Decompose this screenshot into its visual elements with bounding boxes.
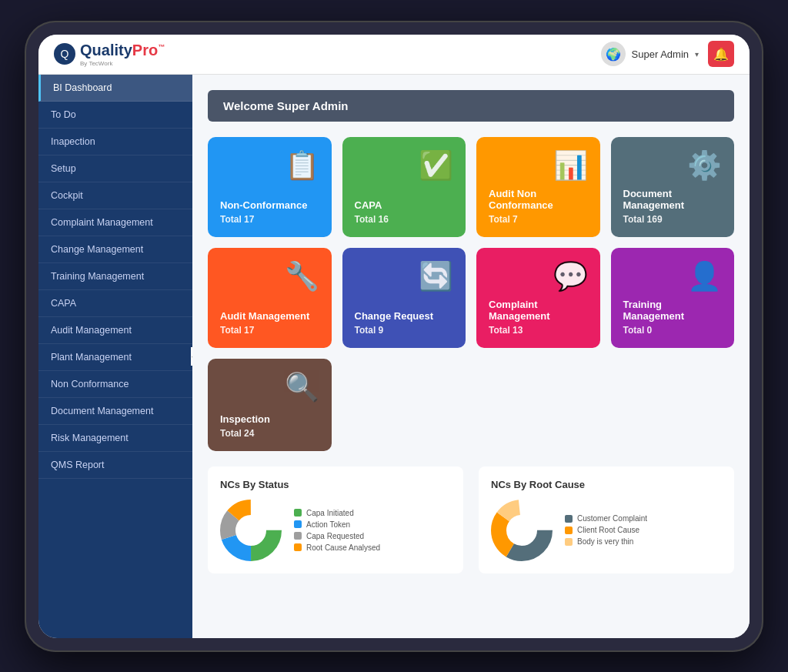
sidebar-item-inspection[interactable]: Inapection [38,129,192,155]
notification-button[interactable]: 🔔 [708,41,734,67]
cards-row-1: 📋 Non-Conformance Total 17 ✅ CAPA Total … [208,137,734,237]
card-capa[interactable]: ✅ CAPA Total 16 [342,137,466,237]
sidebar-item-cockpit[interactable]: Cockpit [38,182,192,209]
legend-label: Action Token [306,520,350,529]
sidebar-item-bi-dashboard[interactable]: BI Dashboard [38,75,192,102]
card-total-training-management: Total 0 [623,325,723,336]
sidebar-item-qms-report[interactable]: QMS Report [38,452,192,479]
avatar: 🌍 [601,42,626,66]
legend-dot [565,515,573,523]
legend-dot [294,520,302,528]
legend-item: Customer Complaint [565,514,647,523]
main-content: Welcome Super Admin 📋 Non-Conformance To… [192,75,750,638]
legend-item: Capa Requested [294,532,380,540]
legend-label: Client Root Cause [577,526,639,534]
welcome-bar: Welcome Super Admin [208,90,734,122]
nc-status-legend: Capa Initiated Action Token Capa Request… [294,509,380,552]
card-icon-inspection: 🔍 [220,371,319,403]
card-total-non-conformance: Total 17 [220,214,319,225]
card-total-capa: Total 16 [355,214,454,225]
sidebar-item-complaint-management[interactable]: Complaint Management [38,209,192,236]
card-complaint-management[interactable]: 💬 Complaint Management Total 13 [476,248,600,348]
card-total-audit-management: Total 17 [220,325,319,336]
card-total-document-management: Total 169 [623,214,723,225]
logo-icon: Q [54,43,75,65]
logo-name: QualityPro™ [80,42,165,59]
nc-by-status-chart: NCs By Status Capa Initiated Action Toke… [208,466,463,573]
app-header: Q QualityPro™ By TecWork 🌍 Super Admin ▾… [38,35,750,75]
sidebar-item-non-conformance[interactable]: Non Conformance [38,371,192,398]
card-icon-audit-management: 🔧 [220,260,319,293]
user-info[interactable]: 🌍 Super Admin ▾ [601,42,699,66]
user-name: Super Admin [632,48,689,60]
card-training-management[interactable]: 👤 Training Management Total 0 [611,248,735,348]
logo-tagline: By TecWork [80,61,165,67]
sidebar-item-training-management[interactable]: Training Management [38,263,192,290]
card-total-change-request: Total 9 [355,325,454,336]
legend-label: Capa Initiated [306,509,354,517]
sidebar-item-change-management[interactable]: Change Management [38,236,192,263]
nc-root-cause-chart-area: Customer Complaint Client Root Cause Bod… [491,500,722,561]
card-title-complaint-management: Complaint Management [489,299,588,322]
card-title-change-request: Change Request [355,310,454,322]
nc-status-chart-area: Capa Initiated Action Token Capa Request… [220,500,451,561]
sidebar-item-document-management[interactable]: Document Management [38,398,192,425]
legend-label: Customer Complaint [577,514,647,523]
legend-dot [294,532,302,540]
card-icon-training-management: 👤 [623,260,723,293]
card-inspection[interactable]: 🔍 Inspection Total 24 [208,359,332,451]
card-icon-audit-non-conformance: 📊 [489,149,588,182]
card-document-management[interactable]: ⚙️ Document Management Total 169 [611,137,735,237]
nc-root-cause-pie [491,500,553,561]
nc-status-pie [220,500,282,561]
legend-dot [294,543,302,551]
legend-dot [565,527,573,534]
sidebar-item-plant-management[interactable]: Plant Management [38,344,192,371]
sidebar-item-setup[interactable]: Setup [38,155,192,182]
logo-area: Q QualityPro™ By TecWork [54,42,165,67]
cards-row-3: 🔍 Inspection Total 24 [208,359,734,451]
card-total-complaint-management: Total 13 [489,325,588,336]
card-total-inspection: Total 24 [220,428,319,439]
card-title-inspection: Inspection [220,413,319,425]
sidebar-item-audit-management[interactable]: Audit Management [38,317,192,344]
app-body: ◀ BI DashboardTo DoInapectionSetupCockpi… [38,75,750,638]
sidebar-collapse-button[interactable]: ◀ [191,347,192,366]
sidebar: ◀ BI DashboardTo DoInapectionSetupCockpi… [38,75,192,638]
sidebar-item-risk-management[interactable]: Risk Management [38,425,192,452]
card-title-audit-management: Audit Management [220,310,319,322]
card-audit-non-conformance[interactable]: 📊 Audit Non Conformance Total 7 [476,137,600,237]
sidebar-item-capa[interactable]: CAPA [38,290,192,317]
tablet-screen: Q QualityPro™ By TecWork 🌍 Super Admin ▾… [38,35,750,638]
card-icon-change-request: 🔄 [355,260,454,293]
legend-item: Action Token [294,520,380,529]
legend-item: Capa Initiated [294,509,380,517]
card-title-document-management: Document Management [623,188,723,211]
card-icon-capa: ✅ [355,149,454,182]
card-total-audit-non-conformance: Total 7 [489,214,588,225]
tablet-frame: Q QualityPro™ By TecWork 🌍 Super Admin ▾… [25,21,763,652]
sidebar-item-to-do[interactable]: To Do [38,102,192,129]
nc-by-root-cause-chart: NCs By Root Cause Customer Complaint Cli… [479,466,734,573]
charts-section: NCs By Status Capa Initiated Action Toke… [208,466,734,573]
nc-status-title: NCs By Status [220,479,451,490]
legend-dot [294,509,302,517]
card-audit-management[interactable]: 🔧 Audit Management Total 17 [208,248,332,348]
legend-item: Root Cause Analysed [294,543,380,552]
legend-label: Body is very thin [577,537,633,546]
card-icon-complaint-management: 💬 [489,260,588,293]
cards-row-2: 🔧 Audit Management Total 17 🔄 Change Req… [208,248,734,348]
card-title-capa: CAPA [355,199,454,211]
legend-dot [565,538,573,546]
card-icon-non-conformance: 📋 [220,149,319,182]
card-non-conformance[interactable]: 📋 Non-Conformance Total 17 [208,137,332,237]
legend-label: Root Cause Analysed [306,543,380,552]
card-icon-document-management: ⚙️ [623,149,723,182]
legend-label: Capa Requested [306,532,364,540]
card-title-training-management: Training Management [623,299,723,322]
card-change-request[interactable]: 🔄 Change Request Total 9 [342,248,466,348]
legend-item: Body is very thin [565,537,647,546]
card-title-audit-non-conformance: Audit Non Conformance [489,188,588,211]
nc-root-cause-legend: Customer Complaint Client Root Cause Bod… [565,514,647,546]
header-right: 🌍 Super Admin ▾ 🔔 [601,41,734,67]
